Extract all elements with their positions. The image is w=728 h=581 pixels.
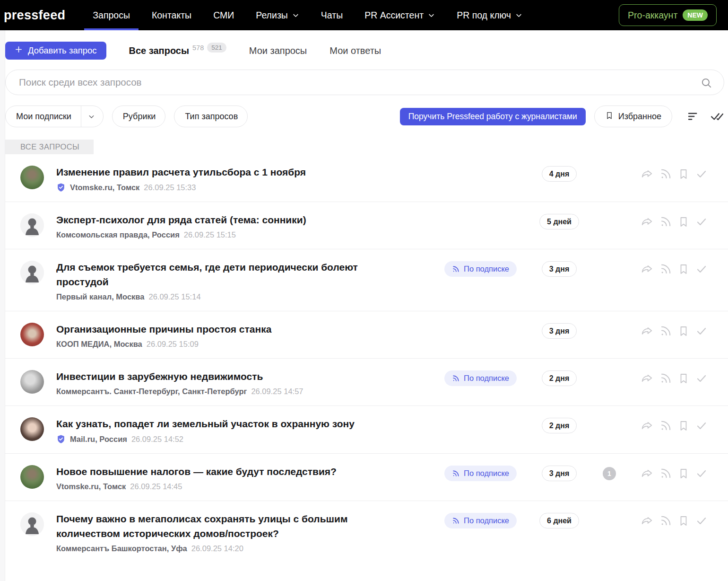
share-icon[interactable] [641,168,653,180]
request-row[interactable]: Почему важно в мегаполисах сохранять ули… [5,501,728,563]
avatar[interactable] [20,512,44,536]
mark-done-icon[interactable] [695,420,708,432]
request-meta: Vtomske.ru, Томск 26.09.25 14:45 [56,482,451,491]
request-title[interactable]: Эксперт-психолог для ряда статей (тема: … [56,212,406,227]
nav-item-media[interactable]: СМИ [209,0,238,30]
avatar[interactable] [20,261,44,284]
bookmark-icon[interactable] [678,420,689,432]
avatar[interactable] [20,417,44,441]
sort-icon[interactable] [686,109,701,123]
bookmark-icon[interactable] [678,263,689,275]
rss-subscribe-icon[interactable] [659,216,672,228]
avatar[interactable] [20,166,44,189]
nav-menu: Запросы Контакты СМИ Релизы Чаты PR Асси… [89,0,540,30]
request-row[interactable]: Для съемок требуется семья, где дети пер… [5,249,728,311]
add-request-button[interactable]: Добавить запрос [5,42,106,60]
rss-subscribe-icon[interactable] [659,168,672,180]
tab-my-requests[interactable]: Мои запросы [249,45,307,56]
rss-subscribe-icon[interactable] [659,515,672,527]
request-meta: Vtomske.ru, Томск 26.09.25 15:33 [56,183,451,192]
request-title[interactable]: Новое повышение налогов — какие будут по… [56,464,406,479]
timestamp: 26.09.25 15:09 [147,340,199,349]
request-meta: КООП МЕДИА, Москва 26.09.25 15:09 [56,340,451,349]
request-title[interactable]: Изменение правил расчета утильсбора с 1 … [56,165,406,179]
request-row[interactable]: Инвестиции в зарубежную недвижимость Ком… [5,358,728,405]
mark-done-icon[interactable] [695,372,708,385]
mark-all-read-icon[interactable] [710,109,724,123]
row-actions [641,168,708,180]
rss-icon [452,470,459,477]
row-actions [641,263,708,275]
request-badges: По подписке 3 дня [451,261,728,277]
rss-icon [452,375,459,382]
bookmark-icon[interactable] [678,168,689,180]
filter-rubrics[interactable]: Рубрики [112,106,166,127]
verified-icon [56,434,66,444]
nav-item-pr-turnkey[interactable]: PR под ключ [453,0,526,30]
request-row[interactable]: Организационные причины простоя станка К… [5,311,728,358]
avatar[interactable] [20,465,44,489]
delegate-to-pressfeed-button[interactable]: Поручить Pressfeed работу с журналистами [400,108,586,125]
nav-item-releases[interactable]: Релизы [252,0,303,30]
mark-done-icon[interactable] [695,515,708,527]
request-title[interactable]: Для съемок требуется семья, где дети пер… [56,260,406,289]
tab-my-answers[interactable]: Мои ответы [329,45,381,56]
nav-item-contacts[interactable]: Контакты [148,0,195,30]
search-icon[interactable] [700,77,712,91]
share-icon[interactable] [641,325,653,337]
days-left-badge: 3 дня [542,261,577,277]
request-title[interactable]: Как узнать, попадет ли земельный участок… [56,416,406,431]
bookmark-icon[interactable] [678,372,689,385]
avatar[interactable] [20,370,44,394]
search-input[interactable] [18,76,695,88]
bookmark-icon[interactable] [678,467,689,480]
tab-all-requests[interactable]: Все запросы 578 521 [129,45,226,56]
pro-account-button[interactable]: Pro-аккаунт NEW [619,4,717,26]
filter-my-subscriptions[interactable]: Мои подписки [5,106,104,127]
rss-subscribe-icon[interactable] [659,263,672,275]
timestamp: 26.09.25 15:33 [144,183,196,192]
request-title[interactable]: Организационные причины простоя станка [56,322,406,336]
rss-subscribe-icon[interactable] [659,420,672,432]
source-name: Mail.ru, Россия [70,435,127,444]
timestamp: 26.09.25 14:20 [191,544,243,553]
request-row[interactable]: Изменение правил расчета утильсбора с 1 … [5,154,728,202]
avatar[interactable] [20,213,44,237]
mark-done-icon[interactable] [695,216,708,228]
mark-done-icon[interactable] [695,168,708,180]
bookmark-icon[interactable] [678,325,689,337]
bookmark-icon[interactable] [678,216,689,228]
days-left-badge: 2 дня [542,370,577,386]
nav-item-pr-assistant[interactable]: PR Ассистент [361,0,439,30]
avatar[interactable] [20,323,44,346]
rss-subscribe-icon[interactable] [659,467,672,480]
timestamp: 26.09.25 14:52 [131,435,183,444]
rss-subscribe-icon[interactable] [659,372,672,385]
share-icon[interactable] [641,216,653,228]
share-icon[interactable] [641,420,653,432]
request-badges: 3 дня [451,323,728,339]
request-row[interactable]: Эксперт-психолог для ряда статей (тема: … [5,202,728,249]
chevron-down-icon[interactable] [81,113,103,120]
nav-item-requests[interactable]: Запросы [89,0,134,30]
favorites-button[interactable]: Избранное [594,106,672,127]
request-row[interactable]: Как узнать, попадет ли земельный участок… [5,405,728,453]
request-title[interactable]: Инвестиции в зарубежную недвижимость [56,369,406,384]
timestamp: 26.09.25 14:57 [251,387,303,396]
request-title[interactable]: Почему важно в мегаполисах сохранять ули… [56,511,406,541]
bookmark-icon[interactable] [678,515,689,527]
pressfeed-logo[interactable]: pressfeed [4,8,65,23]
filter-request-types[interactable]: Тип запросов [174,106,248,127]
request-row[interactable]: Новое повышение налогов — какие будут по… [5,453,728,501]
share-icon[interactable] [641,515,653,527]
share-icon[interactable] [641,372,653,385]
row-actions [641,372,708,385]
mark-done-icon[interactable] [695,263,708,275]
mark-done-icon[interactable] [695,467,708,480]
mark-done-icon[interactable] [695,325,708,337]
person-placeholder-icon [20,213,44,237]
nav-item-chats[interactable]: Чаты [317,0,347,30]
rss-subscribe-icon[interactable] [659,325,672,337]
share-icon[interactable] [641,467,653,480]
share-icon[interactable] [641,263,653,275]
